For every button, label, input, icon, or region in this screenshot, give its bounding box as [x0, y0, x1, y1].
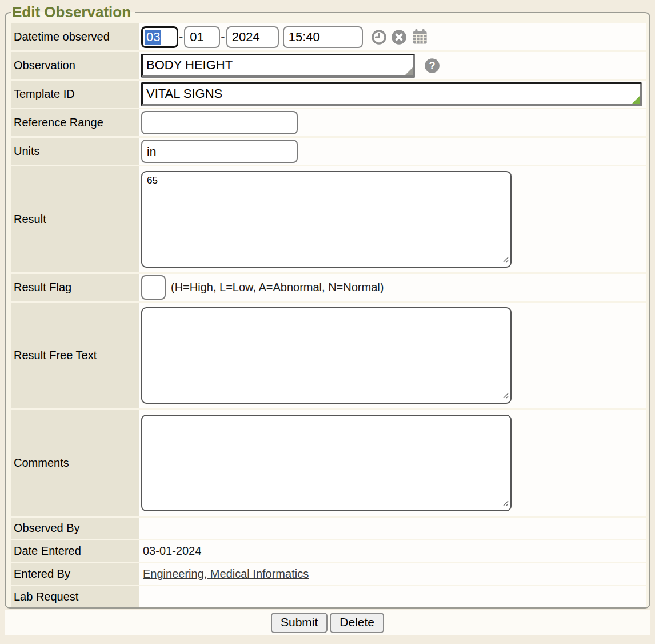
units-input[interactable] [141, 140, 298, 163]
calendar-icon[interactable] [411, 28, 429, 46]
row-template-id: Template ID [11, 81, 646, 108]
reference-range-value-cell [139, 109, 646, 136]
date-separator: - [179, 30, 183, 45]
row-entered-by: Entered By Engineering, Medical Informat… [11, 563, 646, 585]
entered-by-label: Entered By [11, 563, 139, 585]
reference-range-input[interactable] [141, 111, 298, 134]
submit-button[interactable]: Submit [271, 613, 328, 633]
template-id-label: Template ID [11, 81, 139, 108]
edit-observation-form: Edit Observation Datetime observed 03 - … [5, 3, 650, 609]
reference-range-label: Reference Range [11, 109, 139, 136]
comments-value-cell [139, 410, 646, 516]
clear-icon[interactable] [391, 29, 407, 45]
result-free-text-value-cell [139, 303, 646, 408]
help-icon[interactable]: ? [424, 58, 440, 74]
autocomplete-matched-corner-icon [632, 96, 640, 104]
row-result: Result 65 [11, 166, 646, 272]
row-datetime-observed: Datetime observed 03 - - [11, 23, 646, 50]
lab-request-value-cell [139, 586, 646, 607]
entered-by-value-cell: Engineering, Medical Informatics [139, 563, 646, 585]
result-flag-label: Result Flag [11, 274, 139, 301]
date-entered-label: Date Entered [11, 540, 139, 562]
entered-by-link[interactable]: Engineering, Medical Informatics [141, 567, 309, 581]
datetime-icon-group [371, 28, 429, 46]
result-free-text-textarea-wrap [141, 307, 512, 404]
comments-textarea[interactable] [141, 415, 512, 511]
result-textarea-wrap: 65 [141, 171, 512, 268]
result-value-cell: 65 [139, 166, 646, 272]
date-entered-value: 03-01-2024 [141, 544, 201, 558]
template-id-value-cell [139, 81, 646, 108]
autocomplete-corner-icon [405, 67, 413, 75]
result-free-text-textarea[interactable] [141, 307, 512, 404]
row-reference-range: Reference Range [11, 109, 646, 136]
row-observation: Observation ? [11, 52, 646, 79]
units-value-cell [139, 138, 646, 165]
page-title: Edit Observation [11, 3, 135, 21]
row-observed-by: Observed By [11, 518, 646, 539]
clock-icon[interactable] [371, 29, 387, 45]
observed-by-value-cell [139, 518, 646, 539]
observation-label: Observation [11, 52, 139, 79]
observation-value-cell: ? [139, 52, 646, 79]
result-flag-hint: (H=High, L=Low, A=Abnormal, N=Normal) [171, 281, 384, 294]
delete-button[interactable]: Delete [330, 613, 384, 633]
datetime-observed-value-cell: 03 - - [139, 23, 646, 50]
template-id-input-wrap [141, 82, 642, 106]
row-units: Units [11, 138, 646, 165]
row-result-flag: Result Flag (H=High, L=Low, A=Abnormal, … [11, 274, 646, 301]
observed-by-label: Observed By [11, 518, 139, 539]
result-flag-input[interactable] [141, 275, 166, 300]
date-entered-value-cell: 03-01-2024 [139, 540, 646, 562]
observation-input[interactable] [141, 54, 415, 78]
month-selected-text: 03 [145, 30, 161, 45]
result-label: Result [11, 166, 139, 272]
month-input[interactable]: 03 [141, 26, 178, 48]
comments-label: Comments [11, 410, 139, 516]
template-id-input[interactable] [141, 82, 642, 106]
observation-input-wrap [141, 54, 415, 78]
row-date-entered: Date Entered 03-01-2024 [11, 540, 646, 562]
result-flag-value-cell: (H=High, L=Low, A=Abnormal, N=Normal) [139, 274, 646, 301]
lab-request-label: Lab Request [11, 586, 139, 607]
svg-text:?: ? [429, 60, 435, 71]
units-label: Units [11, 138, 139, 165]
result-textarea[interactable]: 65 [141, 171, 512, 268]
form-button-bar: Submit Delete [5, 610, 650, 635]
datetime-observed-label: Datetime observed [11, 23, 139, 50]
day-input[interactable] [184, 26, 220, 48]
comments-textarea-wrap [141, 415, 512, 511]
row-comments: Comments [11, 410, 646, 516]
time-input[interactable] [283, 26, 363, 48]
row-result-free-text: Result Free Text [11, 303, 646, 408]
result-free-text-label: Result Free Text [11, 303, 139, 408]
edit-observation-page: Edit Observation Datetime observed 03 - … [0, 0, 655, 644]
row-lab-request: Lab Request [11, 586, 646, 607]
year-input[interactable] [226, 26, 279, 48]
date-separator: - [221, 30, 225, 45]
